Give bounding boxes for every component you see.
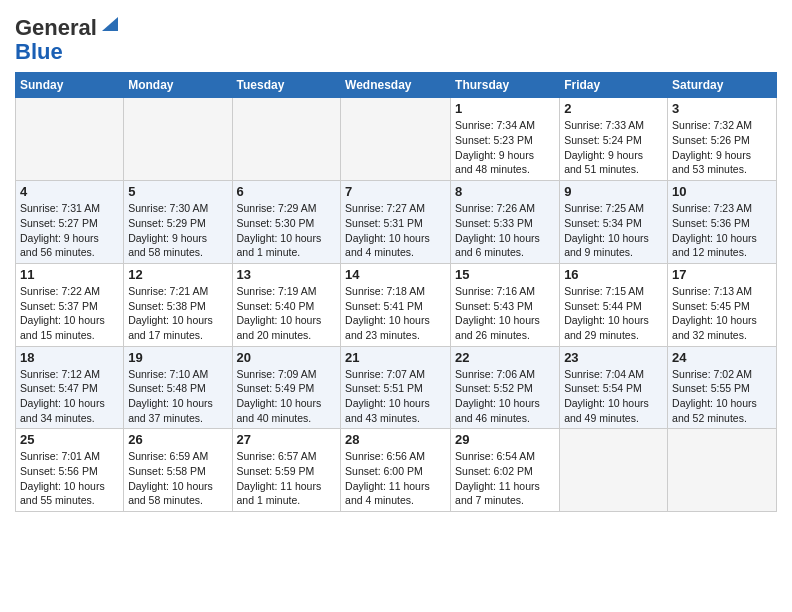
calendar-cell: 10Sunrise: 7:23 AMSunset: 5:36 PMDayligh… <box>668 181 777 264</box>
day-info: Sunrise: 7:26 AMSunset: 5:33 PMDaylight:… <box>455 201 555 260</box>
day-number: 14 <box>345 267 446 282</box>
day-number: 8 <box>455 184 555 199</box>
calendar-cell: 4Sunrise: 7:31 AMSunset: 5:27 PMDaylight… <box>16 181 124 264</box>
calendar-cell: 14Sunrise: 7:18 AMSunset: 5:41 PMDayligh… <box>341 263 451 346</box>
day-info: Sunrise: 7:02 AMSunset: 5:55 PMDaylight:… <box>672 367 772 426</box>
calendar-cell: 8Sunrise: 7:26 AMSunset: 5:33 PMDaylight… <box>451 181 560 264</box>
day-info: Sunrise: 7:16 AMSunset: 5:43 PMDaylight:… <box>455 284 555 343</box>
weekday-header-saturday: Saturday <box>668 73 777 98</box>
calendar-cell: 28Sunrise: 6:56 AMSunset: 6:00 PMDayligh… <box>341 429 451 512</box>
day-info: Sunrise: 7:06 AMSunset: 5:52 PMDaylight:… <box>455 367 555 426</box>
calendar-cell: 24Sunrise: 7:02 AMSunset: 5:55 PMDayligh… <box>668 346 777 429</box>
day-info: Sunrise: 7:13 AMSunset: 5:45 PMDaylight:… <box>672 284 772 343</box>
day-number: 19 <box>128 350 227 365</box>
calendar-cell: 12Sunrise: 7:21 AMSunset: 5:38 PMDayligh… <box>124 263 232 346</box>
calendar-cell: 9Sunrise: 7:25 AMSunset: 5:34 PMDaylight… <box>560 181 668 264</box>
svg-marker-0 <box>102 17 118 31</box>
calendar-table: SundayMondayTuesdayWednesdayThursdayFrid… <box>15 72 777 512</box>
calendar-cell: 26Sunrise: 6:59 AMSunset: 5:58 PMDayligh… <box>124 429 232 512</box>
day-info: Sunrise: 6:56 AMSunset: 6:00 PMDaylight:… <box>345 449 446 508</box>
day-info: Sunrise: 6:57 AMSunset: 5:59 PMDaylight:… <box>237 449 337 508</box>
day-info: Sunrise: 7:27 AMSunset: 5:31 PMDaylight:… <box>345 201 446 260</box>
weekday-header-wednesday: Wednesday <box>341 73 451 98</box>
calendar-cell: 27Sunrise: 6:57 AMSunset: 5:59 PMDayligh… <box>232 429 341 512</box>
calendar-week-row: 18Sunrise: 7:12 AMSunset: 5:47 PMDayligh… <box>16 346 777 429</box>
day-number: 1 <box>455 101 555 116</box>
calendar-week-row: 4Sunrise: 7:31 AMSunset: 5:27 PMDaylight… <box>16 181 777 264</box>
calendar-cell: 20Sunrise: 7:09 AMSunset: 5:49 PMDayligh… <box>232 346 341 429</box>
day-number: 20 <box>237 350 337 365</box>
day-number: 22 <box>455 350 555 365</box>
calendar-cell: 6Sunrise: 7:29 AMSunset: 5:30 PMDaylight… <box>232 181 341 264</box>
day-info: Sunrise: 7:01 AMSunset: 5:56 PMDaylight:… <box>20 449 119 508</box>
weekday-header-tuesday: Tuesday <box>232 73 341 98</box>
day-info: Sunrise: 7:33 AMSunset: 5:24 PMDaylight:… <box>564 118 663 177</box>
day-info: Sunrise: 7:32 AMSunset: 5:26 PMDaylight:… <box>672 118 772 177</box>
day-number: 21 <box>345 350 446 365</box>
day-number: 11 <box>20 267 119 282</box>
calendar-cell <box>124 98 232 181</box>
day-number: 27 <box>237 432 337 447</box>
day-number: 10 <box>672 184 772 199</box>
day-info: Sunrise: 6:54 AMSunset: 6:02 PMDaylight:… <box>455 449 555 508</box>
day-info: Sunrise: 7:25 AMSunset: 5:34 PMDaylight:… <box>564 201 663 260</box>
day-info: Sunrise: 7:30 AMSunset: 5:29 PMDaylight:… <box>128 201 227 260</box>
day-number: 29 <box>455 432 555 447</box>
day-number: 15 <box>455 267 555 282</box>
day-info: Sunrise: 7:19 AMSunset: 5:40 PMDaylight:… <box>237 284 337 343</box>
calendar-week-row: 11Sunrise: 7:22 AMSunset: 5:37 PMDayligh… <box>16 263 777 346</box>
weekday-header-friday: Friday <box>560 73 668 98</box>
day-info: Sunrise: 7:10 AMSunset: 5:48 PMDaylight:… <box>128 367 227 426</box>
calendar-cell: 7Sunrise: 7:27 AMSunset: 5:31 PMDaylight… <box>341 181 451 264</box>
day-info: Sunrise: 7:18 AMSunset: 5:41 PMDaylight:… <box>345 284 446 343</box>
calendar-cell: 2Sunrise: 7:33 AMSunset: 5:24 PMDaylight… <box>560 98 668 181</box>
weekday-header-monday: Monday <box>124 73 232 98</box>
calendar-cell: 18Sunrise: 7:12 AMSunset: 5:47 PMDayligh… <box>16 346 124 429</box>
day-info: Sunrise: 7:23 AMSunset: 5:36 PMDaylight:… <box>672 201 772 260</box>
logo-bird-icon <box>100 15 118 33</box>
day-info: Sunrise: 7:22 AMSunset: 5:37 PMDaylight:… <box>20 284 119 343</box>
day-number: 3 <box>672 101 772 116</box>
calendar-header-row: SundayMondayTuesdayWednesdayThursdayFrid… <box>16 73 777 98</box>
day-number: 5 <box>128 184 227 199</box>
weekday-header-sunday: Sunday <box>16 73 124 98</box>
day-number: 7 <box>345 184 446 199</box>
day-number: 17 <box>672 267 772 282</box>
calendar-cell: 25Sunrise: 7:01 AMSunset: 5:56 PMDayligh… <box>16 429 124 512</box>
calendar-cell: 22Sunrise: 7:06 AMSunset: 5:52 PMDayligh… <box>451 346 560 429</box>
calendar-cell: 15Sunrise: 7:16 AMSunset: 5:43 PMDayligh… <box>451 263 560 346</box>
calendar-cell <box>560 429 668 512</box>
day-number: 18 <box>20 350 119 365</box>
calendar-week-row: 1Sunrise: 7:34 AMSunset: 5:23 PMDaylight… <box>16 98 777 181</box>
calendar-cell: 1Sunrise: 7:34 AMSunset: 5:23 PMDaylight… <box>451 98 560 181</box>
day-number: 12 <box>128 267 227 282</box>
day-number: 23 <box>564 350 663 365</box>
day-number: 9 <box>564 184 663 199</box>
calendar-cell: 13Sunrise: 7:19 AMSunset: 5:40 PMDayligh… <box>232 263 341 346</box>
day-info: Sunrise: 7:04 AMSunset: 5:54 PMDaylight:… <box>564 367 663 426</box>
day-number: 16 <box>564 267 663 282</box>
day-info: Sunrise: 7:07 AMSunset: 5:51 PMDaylight:… <box>345 367 446 426</box>
day-info: Sunrise: 7:12 AMSunset: 5:47 PMDaylight:… <box>20 367 119 426</box>
calendar-cell: 29Sunrise: 6:54 AMSunset: 6:02 PMDayligh… <box>451 429 560 512</box>
logo: General Blue <box>15 16 118 64</box>
weekday-header-thursday: Thursday <box>451 73 560 98</box>
calendar-cell <box>16 98 124 181</box>
day-number: 28 <box>345 432 446 447</box>
day-number: 4 <box>20 184 119 199</box>
calendar-cell <box>232 98 341 181</box>
day-number: 25 <box>20 432 119 447</box>
calendar-cell <box>341 98 451 181</box>
calendar-cell: 11Sunrise: 7:22 AMSunset: 5:37 PMDayligh… <box>16 263 124 346</box>
calendar-cell: 3Sunrise: 7:32 AMSunset: 5:26 PMDaylight… <box>668 98 777 181</box>
day-info: Sunrise: 6:59 AMSunset: 5:58 PMDaylight:… <box>128 449 227 508</box>
calendar-cell: 21Sunrise: 7:07 AMSunset: 5:51 PMDayligh… <box>341 346 451 429</box>
calendar-cell <box>668 429 777 512</box>
day-number: 26 <box>128 432 227 447</box>
day-info: Sunrise: 7:09 AMSunset: 5:49 PMDaylight:… <box>237 367 337 426</box>
header: General Blue <box>15 10 777 64</box>
calendar-cell: 19Sunrise: 7:10 AMSunset: 5:48 PMDayligh… <box>124 346 232 429</box>
day-number: 2 <box>564 101 663 116</box>
day-info: Sunrise: 7:31 AMSunset: 5:27 PMDaylight:… <box>20 201 119 260</box>
day-number: 6 <box>237 184 337 199</box>
